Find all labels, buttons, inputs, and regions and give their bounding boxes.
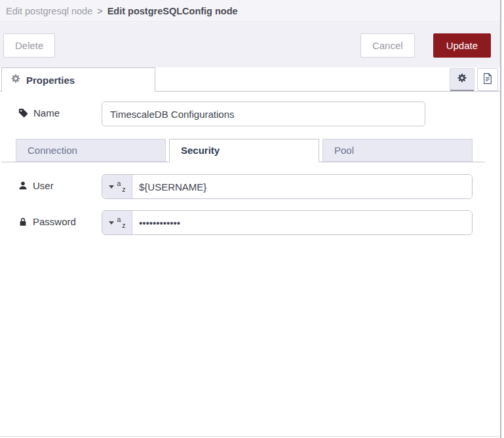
- tab-properties[interactable]: Properties: [1, 67, 155, 92]
- user-type-select-button[interactable]: a z: [102, 175, 132, 198]
- breadcrumb-separator: >: [97, 6, 102, 16]
- user-field-label: User: [18, 180, 54, 191]
- config-section-tabs: Connection Security Pool: [16, 139, 473, 162]
- lock-icon: [18, 217, 28, 227]
- tab-connection[interactable]: Connection: [16, 139, 166, 162]
- breadcrumb: Edit postgresql node > Edit postgreSQLCo…: [0, 0, 500, 22]
- caret-down-icon: [109, 185, 114, 189]
- user-input[interactable]: [132, 175, 472, 198]
- user-icon: [18, 181, 28, 191]
- panel-right-edge: [500, 0, 501, 438]
- breadcrumb-current: Edit postgreSQLConfig node: [107, 6, 238, 16]
- password-field-label-text: Password: [33, 216, 76, 227]
- user-field-label-text: User: [33, 180, 54, 191]
- panel-bottom-edge: [0, 436, 500, 437]
- string-type-icon: a z: [117, 180, 126, 193]
- caret-down-icon: [109, 221, 114, 225]
- name-field-label: Name: [18, 107, 60, 119]
- name-input[interactable]: [102, 101, 425, 126]
- update-button[interactable]: Update: [433, 33, 491, 58]
- password-field-label: Password: [18, 216, 76, 227]
- password-type-select-button[interactable]: a z: [102, 211, 132, 234]
- password-input[interactable]: [132, 211, 472, 234]
- description-view-button[interactable]: [477, 68, 498, 91]
- string-type-icon: a z: [117, 216, 126, 229]
- delete-button[interactable]: Delete: [3, 33, 55, 58]
- tab-pool[interactable]: Pool: [322, 139, 473, 162]
- user-typed-input: a z: [102, 174, 473, 199]
- tab-security[interactable]: Security: [169, 139, 319, 162]
- dialog-toolbar: Delete Cancel Update: [0, 23, 500, 67]
- tab-properties-label: Properties: [26, 75, 75, 86]
- edit-node-dialog: Edit postgresql node > Edit postgreSQLCo…: [0, 0, 504, 438]
- cancel-button[interactable]: Cancel: [360, 33, 415, 58]
- tag-icon: [18, 108, 28, 118]
- breadcrumb-parent-link[interactable]: Edit postgresql node: [6, 6, 92, 16]
- gear-icon: [11, 74, 20, 86]
- document-icon: [482, 73, 493, 87]
- properties-view-button[interactable]: [450, 68, 475, 91]
- gear-icon: [457, 73, 467, 85]
- name-field-label-text: Name: [33, 107, 60, 119]
- password-typed-input: a z: [102, 210, 473, 235]
